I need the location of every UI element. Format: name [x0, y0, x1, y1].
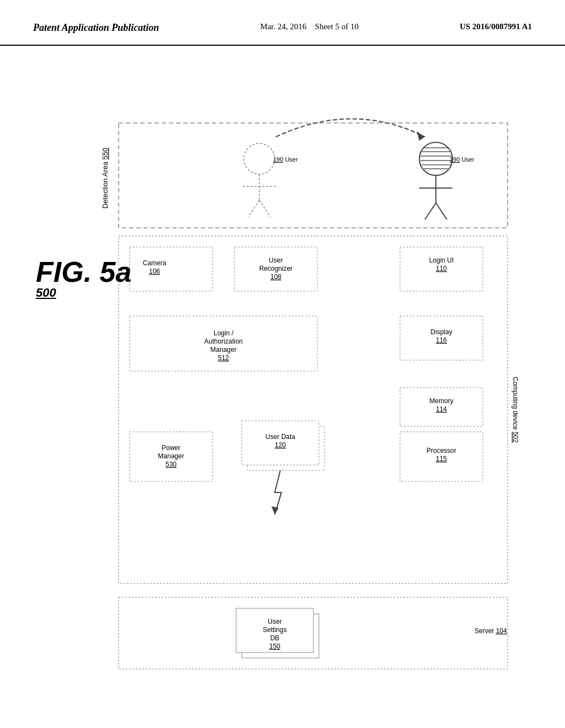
svg-text:Power: Power	[162, 444, 180, 452]
svg-text:Computing device 502: Computing device 502	[511, 377, 519, 443]
svg-text:106: 106	[149, 267, 160, 275]
svg-text:DB: DB	[270, 634, 280, 642]
svg-line-9	[248, 200, 259, 217]
svg-text:190 User: 190 User	[273, 156, 298, 163]
svg-text:150: 150	[269, 643, 280, 650]
publication-title: Patent Application Publication	[33, 22, 159, 34]
diagram-svg: Detection Area 550 Computing device 502 …	[99, 117, 519, 702]
svg-text:Display: Display	[430, 328, 452, 336]
svg-text:190 User: 190 User	[450, 156, 475, 163]
svg-marker-54	[271, 506, 279, 515]
publication-date-sheet: Mar. 24, 2016 Sheet 5 of 10	[260, 22, 359, 31]
svg-line-10	[259, 200, 270, 217]
svg-text:Detection Area 550: Detection Area 550	[101, 148, 109, 209]
svg-text:Manager: Manager	[158, 452, 184, 460]
svg-text:Processor: Processor	[427, 447, 456, 454]
svg-rect-25	[130, 247, 212, 291]
svg-text:Login /: Login /	[214, 329, 234, 337]
svg-text:Server 104: Server 104	[475, 627, 507, 635]
fig-number: 500	[36, 286, 56, 300]
svg-text:114: 114	[436, 405, 447, 413]
svg-rect-0	[119, 123, 508, 228]
svg-text:530: 530	[166, 461, 177, 468]
svg-text:User Data: User Data	[265, 433, 295, 441]
svg-text:108: 108	[270, 273, 281, 281]
svg-point-6	[244, 143, 275, 174]
svg-text:User: User	[269, 256, 282, 264]
svg-text:Recognizer: Recognizer	[259, 265, 293, 272]
svg-text:Manager: Manager	[210, 346, 236, 354]
svg-marker-24	[417, 131, 425, 141]
svg-text:110: 110	[436, 265, 447, 272]
svg-text:512: 512	[218, 354, 229, 362]
svg-line-21	[425, 203, 436, 220]
svg-text:Login UI: Login UI	[429, 256, 454, 264]
page-header: Patent Application Publication Mar. 24, …	[0, 0, 565, 46]
svg-text:User: User	[268, 618, 281, 625]
svg-rect-2	[119, 236, 508, 584]
svg-text:Camera: Camera	[143, 259, 167, 267]
svg-point-12	[419, 142, 452, 175]
svg-text:Authorization: Authorization	[204, 338, 243, 345]
svg-text:Memory: Memory	[429, 397, 453, 405]
svg-text:115: 115	[436, 455, 447, 463]
sheet-info: Sheet 5 of 10	[315, 22, 359, 31]
svg-text:Settings: Settings	[263, 626, 286, 634]
main-content: FIG. 5a 500 Detection Area 550 Computing…	[0, 46, 565, 719]
publication-date: Mar. 24, 2016	[260, 22, 306, 31]
svg-text:116: 116	[436, 336, 447, 344]
svg-text:120: 120	[275, 441, 286, 449]
svg-line-22	[436, 203, 447, 220]
publication-number: US 2016/0087991 A1	[460, 22, 532, 31]
